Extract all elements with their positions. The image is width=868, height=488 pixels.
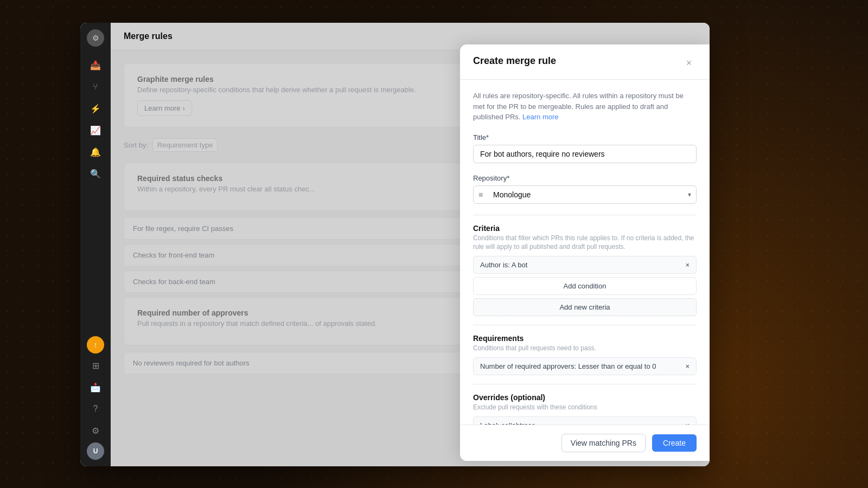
divider-1 bbox=[473, 215, 697, 215]
criteria-description: Conditions that filter which PRs this ru… bbox=[473, 234, 697, 252]
branch-icon: ⑂ bbox=[93, 82, 98, 92]
view-matching-prs-button[interactable]: View matching PRs bbox=[561, 434, 646, 452]
grid-icon: ⊞ bbox=[92, 361, 99, 371]
modal-footer: View matching PRs Create bbox=[460, 425, 710, 461]
inbox-icon: 📥 bbox=[90, 60, 101, 70]
sidebar-item-inbox[interactable]: 📥 bbox=[86, 55, 105, 75]
sidebar-item-bell[interactable]: 🔔 bbox=[86, 142, 105, 162]
criteria-add-new-button[interactable]: Add new criteria bbox=[473, 298, 697, 316]
close-icon: × bbox=[686, 57, 692, 69]
requirements-heading: Requirements bbox=[473, 334, 697, 343]
overrides-description: Exclude pull requests with these conditi… bbox=[473, 403, 697, 412]
chart-icon: 📈 bbox=[90, 125, 101, 136]
sidebar-item-search[interactable]: 🔍 bbox=[86, 164, 105, 183]
list-icon: ≡ bbox=[478, 190, 483, 199]
requirements-condition-label-0: Number of required approvers: Lesser tha… bbox=[480, 362, 656, 370]
criteria-section-header: Criteria Conditions that filter which PR… bbox=[473, 224, 697, 252]
sidebar-item-grid[interactable]: ⊞ bbox=[86, 356, 105, 375]
search-icon: 🔍 bbox=[90, 169, 101, 179]
criteria-heading: Criteria bbox=[473, 224, 697, 233]
criteria-add-condition-button[interactable]: Add condition bbox=[473, 277, 697, 295]
requirements-description: Conditions that pull requests need to pa… bbox=[473, 344, 697, 353]
sidebar: ⚙ 📥 ⑂ ⚡ 📈 🔔 🔍 ↑ ⊞ 📩 bbox=[80, 23, 111, 466]
criteria-condition-label-0: Author is: A bot bbox=[480, 261, 527, 269]
help-icon: ? bbox=[93, 404, 98, 414]
bell-icon: 🔔 bbox=[90, 147, 101, 157]
inbox2-icon: 📩 bbox=[90, 382, 101, 393]
divider-3 bbox=[473, 384, 697, 384]
criteria-condition-0: Author is: A bot × bbox=[473, 256, 697, 274]
sidebar-logo[interactable]: ⚙ bbox=[87, 29, 104, 47]
modal-title: Create merge rule bbox=[473, 55, 556, 67]
requirements-condition-0: Number of required approvers: Lesser tha… bbox=[473, 357, 697, 375]
title-form-group: Title* bbox=[473, 133, 697, 163]
modal-description: All rules are repository-specific. All r… bbox=[473, 91, 697, 123]
create-merge-rule-modal: Create merge rule × All rules are reposi… bbox=[460, 44, 710, 461]
title-label: Title* bbox=[473, 133, 697, 142]
settings-icon: ⚙ bbox=[92, 426, 99, 436]
modal-header: Create merge rule × bbox=[460, 44, 710, 80]
avatar[interactable]: U bbox=[87, 442, 104, 460]
sidebar-item-branch[interactable]: ⑂ bbox=[86, 77, 105, 97]
sidebar-item-chart[interactable]: 📈 bbox=[86, 120, 105, 140]
lightning-icon: ⚡ bbox=[90, 104, 101, 114]
overrides-condition-0: Label: collabtrace × bbox=[473, 416, 697, 425]
overrides-heading: Overrides (optional) bbox=[473, 393, 697, 402]
requirements-section-header: Requirements Conditions that pull reques… bbox=[473, 334, 697, 353]
repository-form-group: Repository* ≡ Monologue ▾ bbox=[473, 174, 697, 204]
create-button[interactable]: Create bbox=[652, 434, 697, 452]
modal-body: All rules are repository-specific. All r… bbox=[460, 80, 710, 425]
modal-close-button[interactable]: × bbox=[681, 55, 697, 70]
sidebar-item-settings[interactable]: ⚙ bbox=[86, 421, 105, 440]
main-content: Merge rules Graphite merge rules Define … bbox=[111, 23, 710, 466]
overrides-section-header: Overrides (optional) Exclude pull reques… bbox=[473, 393, 697, 412]
avatar-text: U bbox=[93, 447, 98, 455]
title-input[interactable] bbox=[473, 145, 697, 163]
repository-label: Repository* bbox=[473, 174, 697, 182]
repository-select-wrapper: ≡ Monologue ▾ bbox=[473, 185, 697, 204]
sidebar-upgrade-button[interactable]: ↑ bbox=[87, 336, 104, 354]
divider-2 bbox=[473, 325, 697, 325]
requirements-condition-remove-0[interactable]: × bbox=[685, 363, 690, 370]
modal-learn-more-link[interactable]: Learn more bbox=[522, 113, 558, 121]
upgrade-icon: ↑ bbox=[94, 341, 98, 349]
sidebar-item-lightning[interactable]: ⚡ bbox=[86, 99, 105, 118]
repository-select[interactable]: Monologue bbox=[473, 185, 697, 204]
sidebar-item-inbox2[interactable]: 📩 bbox=[86, 377, 105, 397]
criteria-condition-remove-0[interactable]: × bbox=[685, 261, 690, 268]
chevron-down-icon: ▾ bbox=[688, 191, 691, 198]
sidebar-item-help[interactable]: ? bbox=[86, 399, 105, 419]
gear-icon: ⚙ bbox=[92, 34, 99, 42]
